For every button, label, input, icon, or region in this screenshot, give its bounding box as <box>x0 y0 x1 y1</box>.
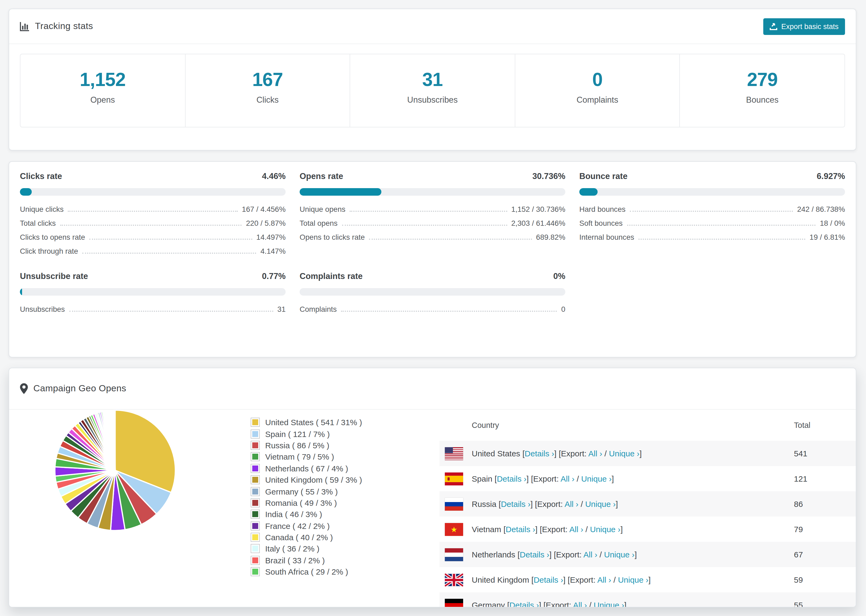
metric-label: Total opens <box>299 219 337 227</box>
export-unique-link[interactable]: Unique › <box>581 474 612 483</box>
country-cell: Germany [Details ›] [Export: All › / Uni… <box>439 599 794 607</box>
metric-value: 4.147% <box>260 247 286 255</box>
bar-chart-icon <box>20 22 30 31</box>
details-link[interactable]: Details › <box>520 550 549 559</box>
dotted-leader <box>68 211 238 212</box>
rate-block-clicks-rate: Clicks rate4.46%Unique clicks167 / 4.456… <box>20 171 286 255</box>
slash: / <box>597 550 604 559</box>
export-all-link[interactable]: All › <box>561 474 575 483</box>
rate-title: Bounce rate <box>579 171 627 181</box>
rate-block-complaints-rate: Complaints rate0%Complaints0 <box>299 272 565 313</box>
stat-value: 1,152 <box>80 69 126 90</box>
bracket: ] [ <box>539 600 546 607</box>
metric-value: 14.497% <box>256 233 286 241</box>
stat-box-complaints: 0Complaints <box>515 54 680 127</box>
rate-value: 0% <box>553 272 565 281</box>
country-cell: ★Vietnam [Details ›] [Export: All › / Un… <box>439 523 794 536</box>
legend-label: Italy ( 36 / 2% ) <box>265 544 320 553</box>
geo-table-row-gb: United Kingdom [Details ›] [Export: All … <box>439 567 856 592</box>
export-all-link[interactable]: All › <box>573 600 587 607</box>
details-link[interactable]: Details › <box>525 449 554 458</box>
metric-row: Unsubscribes31 <box>20 305 286 313</box>
rates-row-2: Unsubscribe rate0.77%Unsubscribes31Compl… <box>20 272 845 313</box>
stat-label: Opens <box>90 95 115 105</box>
details-link[interactable]: Details › <box>505 525 535 534</box>
dotted-leader <box>369 239 532 240</box>
metric-label: Internal bounces <box>579 233 634 241</box>
export-basic-stats-button[interactable]: Export basic stats <box>764 18 845 35</box>
country-name: United States <box>472 449 522 458</box>
flag-nl <box>445 548 463 561</box>
total-cell: 541 <box>794 449 856 458</box>
progress-bar-fill <box>20 188 32 196</box>
legend-swatch <box>251 418 260 427</box>
export-unique-link[interactable]: Unique › <box>585 499 616 509</box>
tracking-stats-header: Tracking stats Export basic stats <box>9 9 856 44</box>
metric-label: Soft bounces <box>579 219 623 227</box>
country-name: Vietnam <box>472 525 504 534</box>
metric-row: Clicks to opens rate14.497% <box>20 233 286 241</box>
stat-label: Complaints <box>576 95 618 105</box>
export-unique-link[interactable]: Unique › <box>604 550 635 559</box>
total-cell: 67 <box>794 550 856 559</box>
legend-item-us: United States ( 541 / 31% ) <box>251 416 362 428</box>
metric-value: 220 / 5.87% <box>246 219 286 227</box>
metric-label: Complaints <box>299 305 337 313</box>
total-cell: 59 <box>794 575 856 584</box>
us-flag-canton <box>445 447 453 453</box>
stat-value: 0 <box>592 69 602 90</box>
legend-swatch <box>251 452 260 462</box>
rates-body: Clicks rate4.46%Unique clicks167 / 4.456… <box>9 162 856 323</box>
export-all-link[interactable]: All › <box>589 449 602 458</box>
details-link[interactable]: Details › <box>534 575 563 584</box>
country-cell: Netherlands [Details ›] [Export: All › /… <box>439 548 794 561</box>
flag-de <box>445 599 463 607</box>
export-all-link[interactable]: All › <box>583 550 597 559</box>
metric-value: 167 / 4.456% <box>242 205 286 214</box>
export-unique-link[interactable]: Unique › <box>609 449 639 458</box>
vn-flag-star: ★ <box>445 523 463 536</box>
export-prefix: Export: <box>556 550 584 559</box>
export-all-link[interactable]: All › <box>597 575 611 584</box>
legend-label: India ( 46 / 3% ) <box>265 510 322 519</box>
export-all-link[interactable]: All › <box>569 525 583 534</box>
country-cell: United Kingdom [Details ›] [Export: All … <box>439 573 794 586</box>
export-all-link[interactable]: All › <box>565 499 578 509</box>
export-prefix: Export: <box>546 600 573 607</box>
bracket: ] [ <box>535 525 542 534</box>
total-cell: 86 <box>794 499 856 509</box>
metric-row: Unique opens1,152 / 30.736% <box>299 205 565 214</box>
country-cell: United States [Details ›] [Export: All ›… <box>439 447 794 460</box>
export-prefix: Export: <box>561 449 589 458</box>
details-link[interactable]: Details › <box>501 499 531 509</box>
dotted-leader <box>69 311 273 312</box>
metric-row: Complaints0 <box>299 305 565 313</box>
export-unique-link[interactable]: Unique › <box>594 600 624 607</box>
metric-row: Unique clicks167 / 4.456% <box>20 205 286 214</box>
details-link[interactable]: Details › <box>497 474 526 483</box>
geo-card-header: Campaign Geo Opens <box>9 368 856 410</box>
rate-head: Bounce rate6.927% <box>579 171 845 181</box>
export-unique-link[interactable]: Unique › <box>590 525 620 534</box>
legend-label: Russia ( 86 / 5% ) <box>265 441 329 450</box>
legend-label: Vietnam ( 79 / 5% ) <box>265 452 334 462</box>
export-icon <box>770 23 778 30</box>
dotted-leader <box>342 225 507 226</box>
legend-label: Brazil ( 33 / 2% ) <box>265 556 325 565</box>
flag-es <box>445 472 463 485</box>
country-name: Netherlands <box>472 550 518 559</box>
legend-swatch <box>251 441 260 450</box>
dotted-leader <box>341 311 557 312</box>
rate-title: Opens rate <box>299 171 343 181</box>
export-unique-link[interactable]: Unique › <box>618 575 649 584</box>
legend-item-gb: United Kingdom ( 59 / 3% ) <box>251 474 362 486</box>
metric-value: 242 / 86.738% <box>797 205 845 214</box>
bracket: ] [ <box>550 550 556 559</box>
country-name: Russia <box>472 499 499 509</box>
dotted-leader <box>89 239 252 240</box>
slash: / <box>611 575 618 584</box>
pie-legend: United States ( 541 / 31% )Spain ( 121 /… <box>251 416 362 578</box>
legend-label: Romania ( 49 / 3% ) <box>265 498 337 508</box>
details-link[interactable]: Details › <box>509 600 539 607</box>
tracking-stats-title: Tracking stats <box>35 21 93 32</box>
